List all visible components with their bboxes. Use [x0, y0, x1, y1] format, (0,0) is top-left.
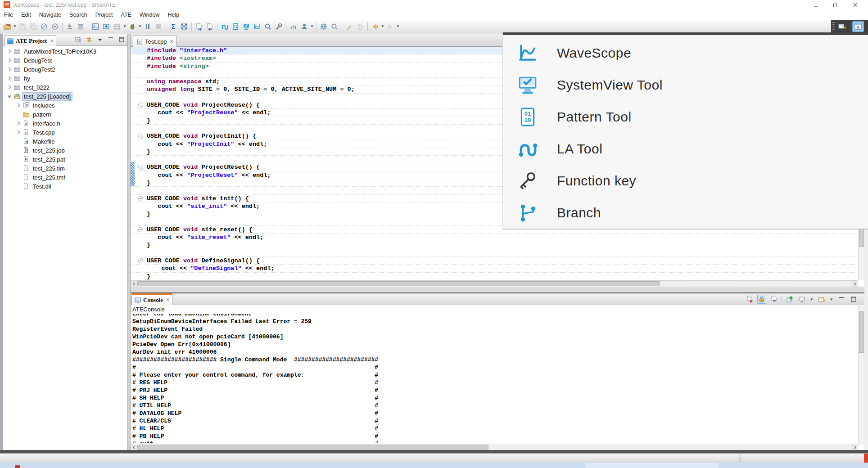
tab-ate-project[interactable]: ATE Project ✕	[4, 35, 56, 46]
maximize-view-icon[interactable]	[118, 36, 126, 44]
tree-item-test-225-tmf[interactable]: test_225.tmf	[3, 173, 127, 182]
tree-item-automixedtest-toflex10k3[interactable]: AutoMixedTest_ToFlex10K3	[3, 47, 127, 56]
hscroll-thumb[interactable]	[137, 281, 660, 286]
code-line-26[interactable]: }	[131, 241, 864, 249]
fold-collapse-icon[interactable]	[138, 165, 143, 170]
chevron-down-icon[interactable]: ▼	[809, 294, 814, 305]
scroll-right-icon[interactable]	[851, 281, 858, 287]
tab-test-cpp[interactable]: c Test.cpp ✕	[133, 36, 177, 47]
statusbar-drag-handle[interactable]	[739, 454, 741, 462]
menu-ate[interactable]: ATE	[117, 10, 136, 20]
doc-import-button[interactable]	[204, 21, 215, 32]
menu-navigate[interactable]: Navigate	[35, 10, 65, 20]
display-console-button[interactable]	[797, 295, 806, 304]
debug-bug-button[interactable]	[127, 21, 138, 32]
hscroll-thumb[interactable]	[137, 445, 488, 450]
globe-button[interactable]	[318, 21, 329, 32]
function-key-small-button[interactable]	[273, 21, 284, 32]
link-editor-icon[interactable]	[85, 36, 93, 44]
pause-button[interactable]	[142, 21, 153, 32]
stop-button[interactable]	[153, 21, 164, 32]
nav-back-button[interactable]	[370, 21, 380, 32]
tool-item-systemview-tool[interactable]: SystemView Tool	[503, 69, 868, 101]
menu-search[interactable]: Search	[65, 10, 91, 20]
menu-file[interactable]: File	[0, 10, 17, 20]
vscroll-thumb[interactable]	[859, 311, 864, 353]
sigma-button[interactable]: Σ	[168, 21, 179, 32]
new-wizard-button[interactable]	[2, 21, 13, 32]
tree-item-hy[interactable]: hy	[3, 74, 127, 83]
chevron-expanded-icon[interactable]	[6, 93, 13, 100]
tree-item-test-225-tim[interactable]: test_225.tim	[3, 164, 127, 173]
chevron-down-icon[interactable]: ▼	[138, 21, 142, 32]
nav-forward-button[interactable]	[385, 21, 396, 32]
import-download-button[interactable]	[64, 21, 75, 32]
terminal-button[interactable]	[90, 21, 101, 32]
tree-item-test-225-job[interactable]: test_225.job	[3, 146, 127, 155]
close-button[interactable]	[845, 0, 865, 10]
toolbar-drag-handle[interactable]	[832, 22, 835, 31]
close-icon[interactable]: ✕	[166, 297, 170, 303]
minimize-view-icon[interactable]	[107, 36, 115, 44]
minimize-view-button[interactable]	[837, 295, 846, 304]
tree-item-test-225-pat[interactable]: Ptest_225.pat	[3, 155, 127, 164]
menu-project[interactable]: Project	[91, 10, 117, 20]
scroll-left-icon[interactable]	[131, 444, 137, 450]
tree-item-debugtest2[interactable]: DebugTest2	[3, 65, 127, 74]
fold-collapse-icon[interactable]	[138, 196, 143, 201]
tool-item-wavescope[interactable]: WaveScope	[503, 37, 868, 69]
chevron-collapsed-icon[interactable]	[6, 48, 13, 55]
chevron-down-icon[interactable]: ▼	[396, 21, 400, 32]
close-icon[interactable]: ✕	[169, 39, 173, 45]
chevron-collapsed-icon[interactable]	[6, 75, 13, 82]
tool-item-function-key[interactable]: Function key	[503, 165, 868, 197]
code-line-30[interactable]: }	[131, 273, 864, 280]
tree-item-includes[interactable]: hIncludes	[3, 101, 127, 110]
view-menu-icon[interactable]	[96, 36, 104, 44]
code-line-29[interactable]: cout << "DefineSignal" << endl;	[131, 265, 864, 272]
user-profile-button[interactable]	[299, 21, 310, 32]
tool-item-la-tool[interactable]: LA Tool	[503, 133, 868, 165]
chevron-down-icon[interactable]: ▼	[829, 294, 834, 305]
pin-console-button[interactable]	[785, 295, 794, 304]
restore-button[interactable]	[826, 0, 845, 10]
search-button[interactable]	[329, 21, 340, 32]
datalog-chart-button[interactable]	[288, 21, 299, 32]
open-console-button[interactable]	[817, 295, 826, 304]
tool-item-branch[interactable]: Branch	[503, 197, 868, 229]
tree-item-test-cpp[interactable]: cTest.cpp	[3, 128, 127, 137]
trash-button[interactable]	[75, 21, 86, 32]
fold-collapse-icon[interactable]	[138, 103, 143, 108]
tab-console[interactable]: Console ✕	[131, 293, 172, 305]
chevron-collapsed-icon[interactable]	[6, 84, 13, 91]
open-perspective-button[interactable]	[836, 21, 848, 32]
clear-console-button[interactable]	[745, 295, 754, 304]
save-all-button[interactable]	[28, 21, 39, 32]
editor-console-sash[interactable]	[131, 287, 868, 292]
minimize-button[interactable]	[806, 0, 826, 10]
chevron-down-icon[interactable]: ▼	[380, 21, 385, 32]
tree-item-test-dll[interactable]: Test.dll	[3, 182, 127, 191]
scroll-right-icon[interactable]	[851, 444, 858, 450]
chevron-down-icon[interactable]: ▼	[122, 21, 127, 32]
console-vscrollbar[interactable]	[858, 305, 864, 445]
collapse-all-icon[interactable]	[74, 36, 82, 44]
device-board-button[interactable]	[112, 21, 122, 32]
wavescope-small-button[interactable]	[252, 21, 262, 32]
code-line-28[interactable]: USER_CODE void DefineSignal() {	[131, 257, 864, 265]
tree-item-makefile[interactable]: Makefile	[3, 137, 127, 146]
tree-item-test-225-loaded-[interactable]: test_225 [Loaded]	[3, 92, 127, 101]
editor-hscrollbar[interactable]	[131, 280, 858, 287]
tool-item-pattern-tool[interactable]: 0110Pattern Tool	[503, 101, 868, 133]
scroll-left-icon[interactable]	[131, 281, 137, 287]
tree-item-interface-h[interactable]: hinterface.h	[3, 119, 127, 128]
code-line-25[interactable]: cout << "site_reset" << endl;	[131, 234, 864, 241]
word-wrap-button[interactable]	[769, 295, 778, 304]
search-scope-button[interactable]	[262, 21, 273, 32]
fold-collapse-icon[interactable]	[138, 227, 143, 232]
menu-help[interactable]: Help	[163, 10, 183, 20]
code-line-27[interactable]	[131, 249, 864, 257]
tree-item-pattern[interactable]: pattern	[3, 110, 127, 119]
ate-perspective-button[interactable]: A	[852, 21, 864, 32]
load-chip-button[interactable]	[101, 21, 112, 32]
